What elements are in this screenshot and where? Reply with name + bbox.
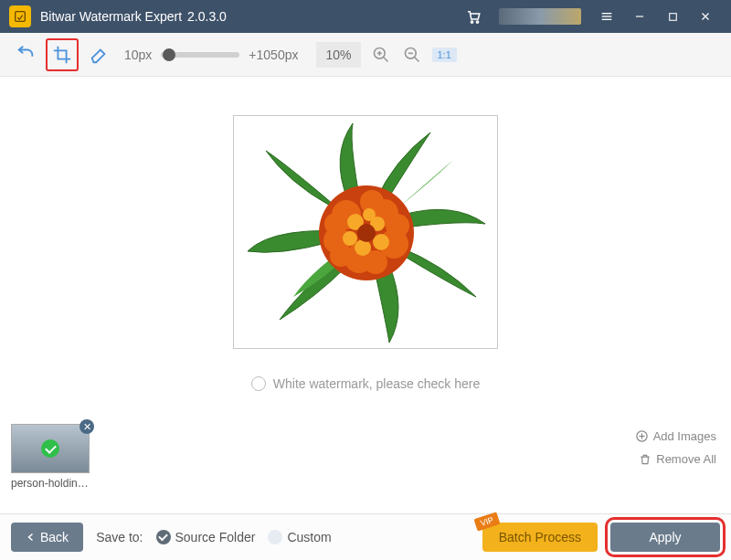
- save-source-folder-option[interactable]: Source Folder: [156, 530, 256, 544]
- svg-point-30: [373, 234, 389, 250]
- svg-point-32: [343, 231, 357, 246]
- app-version: 2.0.3.0: [187, 9, 227, 24]
- radio-icon: [251, 376, 266, 391]
- white-watermark-toggle[interactable]: White watermark, please check here: [251, 376, 480, 391]
- undo-icon[interactable]: [9, 38, 42, 71]
- thumbnail-remove-icon[interactable]: ✕: [79, 419, 94, 434]
- vip-badge: VIP: [473, 512, 500, 531]
- svg-point-26: [330, 245, 352, 267]
- size-max-label: +1050px: [249, 48, 298, 62]
- custom-label: Custom: [287, 530, 331, 544]
- size-min-label: 10px: [124, 48, 152, 62]
- maximize-icon[interactable]: [656, 0, 689, 33]
- size-slider[interactable]: [161, 52, 239, 58]
- save-custom-option[interactable]: Custom: [268, 530, 331, 544]
- batch-process-button[interactable]: VIP Batch Process: [482, 523, 598, 552]
- thumbnail-item[interactable]: ✕ person-holding-fil...: [11, 424, 90, 490]
- back-label: Back: [40, 530, 69, 544]
- eraser-icon[interactable]: [82, 38, 115, 71]
- titlebar: Bitwar Watermark Expert 2.0.3.0: [0, 0, 731, 33]
- thumbnail-check-icon: [41, 439, 59, 458]
- radio-checked-icon: [156, 530, 171, 544]
- minimize-icon[interactable]: [623, 0, 656, 33]
- vip-strip[interactable]: [499, 8, 581, 25]
- svg-point-33: [363, 208, 376, 221]
- close-icon[interactable]: [689, 0, 722, 33]
- source-folder-label: Source Folder: [175, 530, 256, 544]
- remove-all-label: Remove All: [656, 452, 716, 466]
- zoom-out-icon[interactable]: [401, 44, 423, 66]
- zoom-percent: 10%: [316, 42, 360, 68]
- back-button[interactable]: Back: [11, 523, 83, 552]
- preview-image[interactable]: [233, 115, 498, 349]
- zoom-in-icon[interactable]: [370, 44, 392, 66]
- app-title: Bitwar Watermark Expert: [40, 9, 182, 24]
- add-images-button[interactable]: Add Images: [635, 429, 716, 443]
- remove-all-button[interactable]: Remove All: [639, 452, 716, 466]
- svg-point-27: [324, 213, 346, 235]
- svg-point-34: [357, 224, 376, 242]
- menu-icon[interactable]: [590, 0, 623, 33]
- toolbar: 10px +1050px 10% 1:1: [0, 33, 731, 77]
- bottom-bar: Back Save to: Source Folder Custom VIP B…: [0, 513, 731, 560]
- svg-rect-0: [16, 12, 26, 22]
- svg-point-1: [471, 21, 472, 23]
- svg-point-2: [476, 21, 478, 23]
- batch-label: Batch Process: [499, 530, 581, 544]
- thumbnail-filename: person-holding-fil...: [11, 477, 90, 490]
- save-to-label: Save to:: [96, 530, 143, 544]
- thumbnail-row: ✕ person-holding-fil... Add Images Remov…: [0, 422, 731, 513]
- slider-thumb[interactable]: [163, 48, 175, 61]
- canvas-area: White watermark, please check here: [0, 77, 731, 422]
- thumbnail-image[interactable]: ✕: [11, 424, 90, 473]
- crop-icon[interactable]: [46, 38, 79, 71]
- svg-line-11: [383, 57, 387, 61]
- white-watermark-label: White watermark, please check here: [273, 376, 480, 391]
- svg-point-24: [386, 214, 409, 238]
- cart-icon[interactable]: [457, 0, 490, 33]
- apply-label: Apply: [649, 530, 681, 544]
- radio-unchecked-icon: [268, 530, 282, 544]
- svg-line-15: [414, 57, 418, 61]
- fit-button[interactable]: 1:1: [432, 48, 457, 62]
- svg-rect-7: [669, 13, 676, 20]
- apply-button[interactable]: Apply: [610, 523, 720, 552]
- add-images-label: Add Images: [653, 429, 716, 443]
- app-logo: [9, 5, 31, 27]
